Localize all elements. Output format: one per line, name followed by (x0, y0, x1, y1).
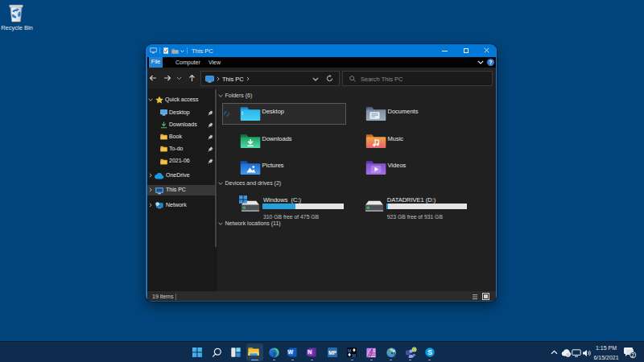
svg-text:N: N (308, 349, 312, 355)
svg-text:M: M (348, 348, 352, 353)
svg-text:M: M (353, 353, 357, 357)
svg-text:MP: MP (328, 350, 336, 356)
svg-text:2: 2 (631, 352, 634, 358)
svg-text:S: S (427, 348, 432, 356)
svg-text:W: W (287, 349, 293, 355)
